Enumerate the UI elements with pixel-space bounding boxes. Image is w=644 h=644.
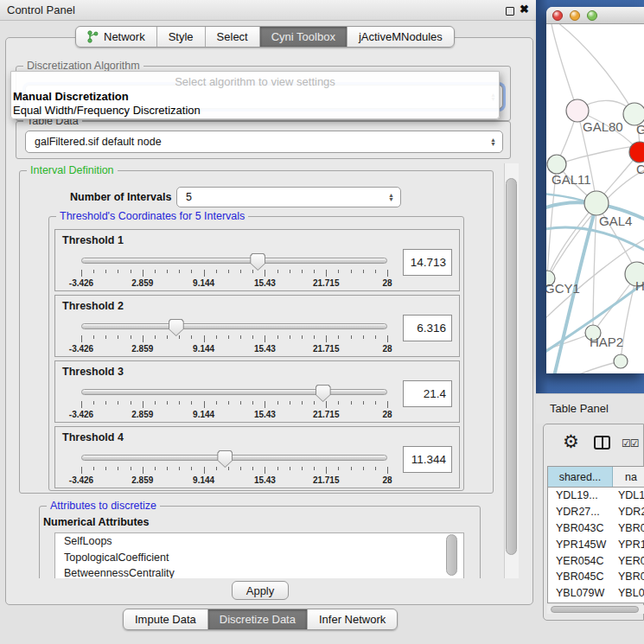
split-panel-icon[interactable]	[594, 436, 610, 450]
tab-discretize-data[interactable]: Discretize Data	[208, 609, 308, 629]
threshold-slider[interactable]: -3.4262.8599.14415.4321.71528	[81, 453, 387, 488]
table-cell-shared-name[interactable]: YPR145W	[548, 536, 613, 552]
slider-tick	[131, 401, 131, 405]
slider-tick	[131, 335, 131, 339]
apply-button[interactable]: Apply	[232, 581, 289, 600]
threshold-value-field[interactable]: 21.4	[403, 380, 452, 407]
table-row[interactable]: YBR045CYBR0	[548, 569, 644, 585]
column-checkbox-icons[interactable]: ☑☑	[622, 437, 639, 450]
table-rows: YDL19...YDL1YDR27...YDR2YBR043CYBR0YPR14…	[548, 488, 644, 603]
table-cell-name[interactable]: YDR2	[613, 504, 644, 520]
table-cell-shared-name[interactable]: YDL19...	[548, 488, 613, 504]
table-cell-shared-name[interactable]: YDR27...	[548, 504, 613, 520]
zoom-traffic-light-icon[interactable]	[587, 10, 597, 21]
tab-impute-data[interactable]: Impute Data	[124, 609, 208, 629]
dropdown-option-equal-width-frequency[interactable]: Equal Width/Frequency Discretization	[13, 104, 201, 117]
threshold-slider[interactable]: -3.4262.8599.14415.4321.71528	[81, 256, 387, 290]
attributes-list-scrollbar[interactable]	[446, 534, 457, 576]
network-edge[interactable]	[593, 203, 596, 333]
table-row[interactable]: YLR345WYLR3	[548, 602, 644, 603]
slider-tick-label: 15.43	[254, 475, 276, 485]
threshold-slider[interactable]: -3.4262.8599.14415.4321.71528	[81, 322, 387, 356]
table-cell-name[interactable]: YDL1	[613, 488, 644, 504]
table-row[interactable]: YPR145WYPR1	[548, 536, 644, 552]
network-tree-icon	[87, 30, 99, 43]
gear-icon[interactable]: ⚙	[563, 432, 579, 450]
tab-select[interactable]: Select	[206, 27, 260, 47]
table-cell-name[interactable]: YBR0	[613, 520, 644, 537]
table-row[interactable]: YDL19...YDL1	[548, 488, 644, 504]
tab-network[interactable]: Network	[76, 27, 157, 47]
slider-tick-label: 2.859	[131, 344, 153, 354]
table-hscrollbar-thumb[interactable]	[551, 606, 639, 613]
close-icon[interactable]: ✖	[520, 3, 529, 16]
network-canvas[interactable]: GAL80GACGAL11GAL4GCY1HHAP2	[546, 24, 644, 373]
slider-tick	[131, 467, 131, 470]
table-row[interactable]: YBL079WYBL0	[548, 585, 644, 602]
table-cell-shared-name[interactable]: YBR045C	[548, 569, 613, 585]
network-node[interactable]	[629, 142, 644, 163]
tab-jactivemnodules[interactable]: jActiveMNodules	[348, 27, 454, 47]
column-header-name[interactable]: na	[613, 467, 644, 487]
number-of-intervals-combobox[interactable]: 5 ▲▼	[176, 187, 401, 207]
slider-thumb[interactable]	[250, 253, 265, 271]
network-node[interactable]	[584, 191, 609, 215]
table-data-combobox[interactable]: galFiltered.sif default node ▲▼	[25, 131, 503, 153]
tab-style[interactable]: Style	[157, 27, 206, 47]
table-cell-shared-name[interactable]: YLR345W	[548, 602, 613, 603]
table-row[interactable]: YDR27...YDR2	[548, 504, 644, 520]
slider-tick	[265, 401, 265, 408]
threshold-slider[interactable]: -3.4262.8599.14415.4321.71528	[81, 387, 387, 422]
threshold-value-field[interactable]: 14.713	[403, 249, 452, 276]
network-window-titlebar[interactable]	[546, 7, 644, 24]
threshold-value-field[interactable]: 6.316	[403, 315, 452, 341]
network-node[interactable]	[614, 354, 628, 368]
table-row[interactable]: YER054CYER0	[548, 552, 644, 569]
slider-tick	[314, 335, 315, 339]
tab-infer-network[interactable]: Infer Network	[308, 609, 397, 629]
attribute-list-item[interactable]: TopologicalCoefficient	[55, 550, 463, 566]
slider-tick	[240, 401, 241, 405]
tab-impute-data-label: Impute Data	[135, 613, 196, 626]
slider-tick	[240, 335, 241, 339]
slider-track[interactable]	[81, 455, 387, 461]
table-cell-name[interactable]: YBL0	[613, 585, 644, 602]
dropdown-option-manual-discretization[interactable]: Manual Discretization	[13, 90, 129, 103]
network-node-label: GAL11	[552, 172, 591, 187]
network-node[interactable]	[547, 155, 566, 174]
combo-stepper-icon: ▲▼	[388, 193, 394, 201]
slider-tick	[155, 467, 156, 470]
network-view-window[interactable]: GAL80GACGAL11GAL4GCY1HHAP2	[546, 7, 644, 373]
close-traffic-light-icon[interactable]	[552, 10, 563, 21]
numerical-attributes-list[interactable]: SelfLoopsTopologicalCoefficientBetweenne…	[54, 532, 464, 578]
table-cell-shared-name[interactable]: YBR043C	[548, 520, 613, 537]
network-edge[interactable]	[552, 24, 577, 111]
table-cell-name[interactable]: YPR1	[613, 536, 644, 552]
slider-track[interactable]	[81, 258, 387, 264]
slider-thumb[interactable]	[316, 385, 331, 402]
threshold-value-field[interactable]: 11.344	[403, 446, 452, 473]
slider-tick-label: 2.859	[131, 410, 153, 419]
slider-thumb[interactable]	[217, 450, 233, 468]
slider-track[interactable]	[81, 389, 387, 395]
main-scrollbar-thumb[interactable]	[506, 178, 517, 555]
table-hscrollbar-track[interactable]	[547, 605, 644, 614]
table-cell-shared-name[interactable]: YBL079W	[548, 585, 613, 602]
slider-track[interactable]	[81, 323, 387, 329]
cytoscape-desktop: GAL80GACGAL11GAL4GCY1HHAP2	[536, 0, 644, 393]
slider-thumb[interactable]	[169, 319, 184, 336]
attribute-list-item[interactable]: BetweennessCentrality	[55, 565, 463, 578]
slider-tick	[314, 401, 315, 405]
table-row[interactable]: YBR043CYBR0	[548, 520, 644, 537]
table-cell-shared-name[interactable]: YER054C	[548, 552, 613, 569]
column-header-shared-name[interactable]: shared...	[548, 467, 613, 487]
network-edge[interactable]	[553, 24, 634, 114]
table-cell-name[interactable]: YBR0	[613, 569, 644, 585]
float-window-icon[interactable]	[506, 7, 514, 16]
node-table[interactable]: shared... na YDL19...YDL1YDR27...YDR2YBR…	[547, 466, 644, 603]
tab-cyni-toolbox[interactable]: Cyni Toolbox	[260, 27, 348, 47]
table-cell-name[interactable]: YER0	[613, 552, 644, 569]
table-cell-name[interactable]: YLR3	[613, 602, 644, 603]
minimize-traffic-light-icon[interactable]	[570, 10, 580, 21]
attribute-list-item[interactable]: SelfLoops	[55, 533, 463, 550]
